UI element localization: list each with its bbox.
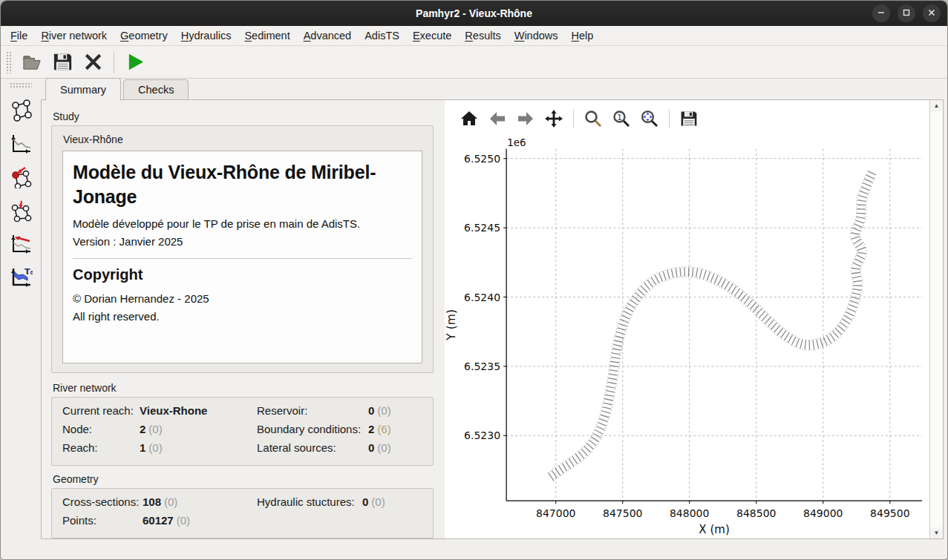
menu-file[interactable]: File bbox=[4, 28, 34, 43]
menubar: FileRiver networkGeometryHydraulicsSedim… bbox=[1, 26, 947, 46]
minimize-button[interactable] bbox=[872, 4, 890, 22]
study-description-view: Modèle du Vieux-Rhône de Miribel-Jonage … bbox=[62, 151, 422, 363]
stat-label: Cross-sections: bbox=[62, 495, 140, 508]
titlebar[interactable]: Pamhyr2 - Vieux-Rhône bbox=[1, 1, 947, 26]
stat-label: Lateral sources: bbox=[257, 441, 365, 454]
close-button[interactable] bbox=[923, 4, 941, 22]
study-name-label: Vieux-Rhône bbox=[63, 134, 422, 145]
scroll-down-arrow[interactable]: ▼ bbox=[931, 527, 942, 538]
plot-forward-button[interactable] bbox=[514, 108, 537, 130]
menu-adists[interactable]: AdisTS bbox=[358, 28, 406, 43]
menu-windows[interactable]: Windows bbox=[508, 28, 565, 43]
menu-results[interactable]: Results bbox=[458, 28, 507, 43]
stat-label: Points: bbox=[62, 514, 140, 527]
stat-label: Boundary conditions: bbox=[257, 423, 365, 435]
study-version: Version : Janvier 2025 bbox=[73, 235, 412, 248]
plot-home-button[interactable] bbox=[458, 108, 480, 130]
svg-text:T₀: T₀ bbox=[24, 267, 33, 277]
menu-river-network[interactable]: River network bbox=[34, 28, 114, 43]
svg-text:847500: 847500 bbox=[603, 507, 642, 519]
chart-icon bbox=[10, 132, 33, 155]
svg-text:Y (m): Y (m) bbox=[445, 309, 458, 341]
menu-help[interactable]: Help bbox=[565, 28, 601, 43]
study-groupbox: Vieux-Rhône Modèle du Vieux-Rhône de Mir… bbox=[51, 125, 434, 373]
stat-label: Hydraulic stuctures: bbox=[257, 495, 359, 508]
play-icon bbox=[125, 51, 146, 73]
tab-summary[interactable]: Summary bbox=[45, 78, 121, 101]
network-icon bbox=[10, 99, 33, 122]
maximize-icon bbox=[902, 7, 911, 20]
maximize-button[interactable] bbox=[898, 4, 915, 22]
plot-pan-button[interactable] bbox=[543, 108, 565, 130]
divider bbox=[73, 258, 412, 259]
stat-value: 1 bbox=[140, 441, 146, 454]
scroll-up-arrow[interactable]: ▲ bbox=[931, 100, 942, 111]
left-toolbar-grip[interactable] bbox=[10, 82, 32, 88]
window-title: Pamhyr2 - Vieux-Rhône bbox=[1, 7, 947, 19]
stat-extra: (0) bbox=[371, 495, 385, 508]
floppy-save-icon bbox=[52, 51, 73, 73]
adists-initial-conditions-button[interactable]: T₀ bbox=[7, 263, 35, 290]
stat-extra: (0) bbox=[148, 423, 162, 435]
boundary-conditions-button[interactable] bbox=[7, 163, 35, 190]
summary-left-column: Study Vieux-Rhône Modèle du Vieux-Rhône … bbox=[42, 100, 445, 538]
chart-t0-icon: T₀ bbox=[10, 266, 33, 289]
separator bbox=[114, 51, 114, 73]
vertical-scrollbar[interactable]: ▲ ▼ bbox=[929, 100, 943, 538]
geometry-section-label: Geometry bbox=[53, 473, 445, 485]
results-button[interactable] bbox=[7, 130, 35, 157]
river-network-plot[interactable]: 8470008475008480008485008490008495006.52… bbox=[445, 137, 929, 538]
minimize-icon bbox=[877, 7, 886, 20]
menu-sediment[interactable]: Sediment bbox=[238, 28, 296, 43]
network-bc-icon bbox=[10, 165, 33, 188]
svg-text:6.5230: 6.5230 bbox=[464, 429, 500, 441]
arrow-right-icon bbox=[516, 109, 535, 128]
menu-execute[interactable]: Execute bbox=[406, 28, 458, 43]
stat-extra: (0) bbox=[377, 404, 390, 417]
plot-zoom-1-button[interactable] bbox=[610, 108, 632, 130]
plot-back-button[interactable] bbox=[486, 108, 509, 130]
svg-text:X (m): X (m) bbox=[699, 522, 729, 536]
svg-text:849500: 849500 bbox=[870, 507, 909, 519]
toolbar-grip[interactable] bbox=[6, 51, 12, 73]
river-network-button[interactable] bbox=[7, 96, 35, 123]
stat-reservoir: Reservoir:0(0) bbox=[257, 404, 422, 421]
save-button[interactable] bbox=[50, 50, 75, 75]
river-network-section-label: River network bbox=[53, 382, 445, 394]
tab-checks[interactable]: Checks bbox=[123, 79, 189, 100]
stat-value: 108 bbox=[143, 495, 161, 508]
zoom-fit-icon bbox=[640, 109, 659, 128]
stat-label: Current reach: bbox=[62, 404, 137, 417]
river-network-stats: Current reach:Vieux-RhoneReservoir:0(0)N… bbox=[51, 397, 434, 466]
svg-text:849000: 849000 bbox=[803, 507, 843, 519]
open-button[interactable] bbox=[19, 50, 45, 75]
plot-save-button[interactable] bbox=[678, 108, 700, 130]
lateral-sources-button[interactable] bbox=[7, 197, 35, 223]
initial-conditions-button[interactable] bbox=[7, 230, 35, 257]
window-buttons bbox=[872, 4, 941, 22]
study-description: Modèle développé pour le TP de prise en … bbox=[73, 217, 412, 230]
stat-value: 2 bbox=[140, 423, 146, 435]
open-folder-icon bbox=[22, 51, 43, 73]
svg-text:6.5235: 6.5235 bbox=[464, 360, 500, 372]
stat-points: Points:60127(0) bbox=[62, 514, 257, 531]
menu-geometry[interactable]: Geometry bbox=[114, 28, 174, 43]
stat-extra: (0) bbox=[377, 441, 390, 454]
copyright-heading: Copyright bbox=[73, 266, 412, 283]
stat-value: 0 bbox=[368, 404, 374, 417]
plot-zoom-button[interactable] bbox=[582, 108, 604, 130]
stat-node: Node:2(0) bbox=[62, 423, 257, 440]
separator bbox=[669, 109, 670, 128]
chart-arrow-icon bbox=[10, 232, 33, 255]
summary-tab-panel: Study Vieux-Rhône Modèle du Vieux-Rhône … bbox=[41, 99, 944, 539]
plot-panel: 8470008475008480008485008490008495006.52… bbox=[445, 100, 929, 538]
menu-hydraulics[interactable]: Hydraulics bbox=[174, 28, 238, 43]
close-study-button[interactable] bbox=[80, 50, 105, 75]
stat-hydraulic-stuctures: Hydraulic stuctures:0(0) bbox=[257, 495, 422, 513]
svg-text:848000: 848000 bbox=[670, 507, 709, 519]
stat-value: 0 bbox=[362, 495, 368, 508]
stat-label: Reservoir: bbox=[257, 404, 365, 417]
run-solver-button[interactable] bbox=[122, 50, 148, 75]
plot-zoom-fit-button[interactable] bbox=[638, 108, 661, 130]
menu-advanced[interactable]: Advanced bbox=[297, 28, 359, 43]
